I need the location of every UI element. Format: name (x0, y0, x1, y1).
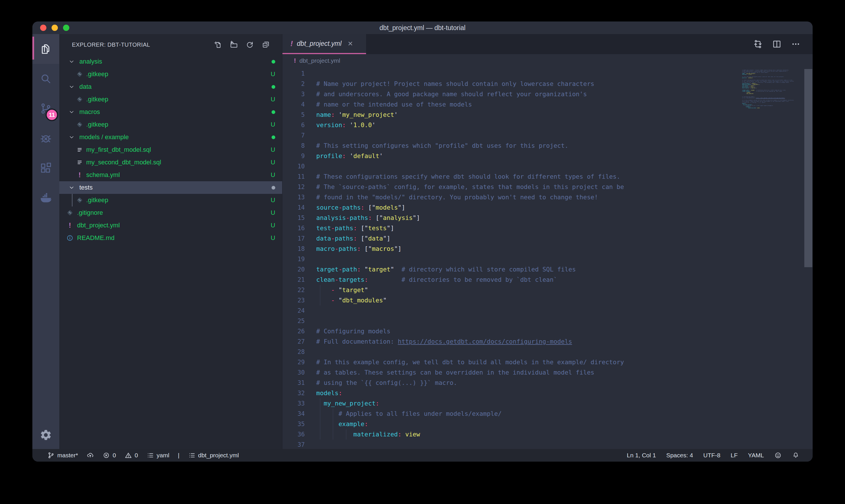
status-notifications[interactable] (792, 452, 799, 459)
bug-icon (39, 132, 52, 145)
titlebar[interactable]: dbt_project.yml — dbt-tutorial (32, 21, 813, 34)
breadcrumb-item-file[interactable]: dbt_project.yml (299, 57, 340, 64)
editor-scrollbar[interactable] (804, 67, 813, 449)
code-line: 33 my_new_project: (283, 398, 813, 409)
tree-item-gitkeep[interactable]: .gitkeepU (59, 194, 282, 206)
tree-item-readme-md[interactable]: README.mdU (59, 232, 282, 244)
activity-item-run-and-debug[interactable] (32, 123, 59, 153)
tab-dbt-project-yml[interactable]: ! dbt_project.yml × (283, 34, 366, 54)
folder-label: analysis (79, 55, 102, 68)
status-sync[interactable] (87, 452, 94, 459)
minimap[interactable]: # Name your project! Project names shoul… (742, 69, 803, 110)
tree-item-tests[interactable]: tests (59, 181, 282, 194)
scrollbar-thumb[interactable] (804, 69, 812, 267)
status-label: UTF-8 (703, 452, 720, 459)
collapse-folders-button[interactable] (262, 40, 270, 49)
tree-item-data[interactable]: data (59, 80, 282, 93)
git-untracked-badge: U (269, 169, 277, 181)
status-bar: master*00yaml|dbt_project.yml Ln 1, Col … (32, 449, 813, 462)
chevron-down-icon (69, 58, 75, 65)
tab-bar: ! dbt_project.yml × (283, 34, 813, 54)
more-actions-button[interactable] (791, 39, 801, 49)
code-text: materialized: view (316, 429, 420, 439)
code-text: # and underscores. A good package name s… (316, 89, 587, 100)
tree-item-models-example[interactable]: models / example (59, 131, 282, 143)
status-encoding[interactable]: UTF-8 (703, 452, 720, 459)
git-untracked-badge: U (269, 93, 277, 106)
status-indentation[interactable]: Spaces: 4 (666, 452, 693, 459)
git-diamond-icon (66, 209, 74, 216)
tree-item-macros[interactable]: macros (59, 106, 282, 118)
code-line: 24 (283, 306, 813, 316)
tree-item-gitkeep[interactable]: .gitkeepU (59, 118, 282, 131)
line-number: 17 (283, 233, 305, 244)
status-eol[interactable]: LF (731, 452, 738, 459)
status-language-mode[interactable]: YAML (748, 452, 764, 459)
line-number: 26 (283, 326, 305, 337)
tab-label: dbt_project.yml (297, 40, 341, 48)
error-circle-icon (103, 452, 110, 459)
code-line: 10 (283, 161, 813, 172)
code-text: test-paths: ["tests"] (316, 223, 394, 233)
tree-item-gitkeep[interactable]: .gitkeepU (59, 93, 282, 106)
code-line: 34 # Applies to all files under models/e… (283, 409, 813, 419)
minimize-window-button[interactable] (52, 25, 58, 31)
code-line: 17data-paths: ["data"] (283, 233, 813, 244)
line-number: 14 (283, 202, 305, 213)
folder-status-dot (272, 136, 275, 139)
code-line: 1 (283, 69, 813, 79)
refresh-explorer-button[interactable] (246, 40, 254, 49)
new-file-button[interactable] (213, 40, 222, 49)
code-line: 7 (283, 130, 813, 141)
close-tab-icon[interactable]: × (348, 39, 353, 48)
status-git-branch[interactable]: master* (47, 452, 78, 459)
activity-item-extensions[interactable] (32, 153, 59, 183)
tree-item-schema-yml[interactable]: !schema.ymlU (59, 169, 282, 181)
code-text: analysis-paths: ["analysis"] (316, 213, 420, 223)
tree-item-my-second-dbt-model-sql[interactable]: my_second_dbt_model.sqlU (59, 156, 282, 169)
split-editor-button[interactable] (772, 39, 782, 49)
code-text: # name or the intended use of these mode… (316, 100, 472, 110)
tree-item-analysis[interactable]: analysis (59, 55, 282, 68)
status-feedback[interactable] (774, 452, 782, 459)
new-folder-button[interactable] (230, 40, 238, 49)
activity-bar: 11 (32, 34, 59, 449)
line-number: 27 (283, 337, 305, 347)
editor-group: ! dbt_project.yml × ! dbt_project.yml 12… (283, 34, 813, 449)
status-outline-yaml[interactable]: yaml (147, 452, 169, 459)
tree-item-gitignore[interactable]: .gitignoreU (59, 206, 282, 219)
status-errors[interactable]: 0 (103, 452, 116, 459)
code-text: profile: 'default' (316, 151, 383, 161)
code-line: 36 materialized: view (283, 429, 813, 439)
code-line: 19 (283, 254, 813, 264)
line-number: 19 (283, 254, 305, 264)
line-number: 23 (283, 295, 305, 306)
open-changes-button[interactable] (753, 39, 763, 49)
code-editor[interactable]: 12# Name your project! Project names sho… (283, 67, 813, 449)
status-warnings[interactable]: 0 (125, 452, 138, 459)
status-outline-file[interactable]: dbt_project.yml (188, 452, 239, 459)
zoom-window-button[interactable] (63, 25, 69, 31)
line-number: 36 (283, 429, 305, 439)
activity-item-explorer[interactable] (32, 34, 59, 64)
code-text: version: '1.0.0' (316, 120, 376, 130)
tree-item-gitkeep[interactable]: .gitkeepU (59, 68, 282, 80)
status-label: dbt_project.yml (198, 452, 239, 459)
git-untracked-badge: U (269, 194, 277, 206)
code-text: macro-paths: ["macros"] (316, 244, 401, 254)
status-cursor-position[interactable]: Ln 1, Col 1 (627, 452, 656, 459)
minimap-line (742, 109, 803, 110)
tree-item-my-first-dbt-model-sql[interactable]: my_first_dbt_model.sqlU (59, 143, 282, 156)
close-window-button[interactable] (40, 25, 47, 31)
activity-item-source-control[interactable]: 11 (32, 94, 59, 123)
code-text: # as tables. These settings can be overr… (316, 367, 594, 378)
activity-item-docker[interactable] (32, 183, 59, 213)
settings-button[interactable] (32, 421, 59, 449)
folder-status-dot (272, 110, 275, 114)
breadcrumb[interactable]: ! dbt_project.yml (283, 54, 813, 67)
line-number: 4 (283, 100, 305, 110)
activity-item-search[interactable] (32, 64, 59, 94)
gear-icon (39, 429, 52, 441)
tree-item-dbt-project-yml[interactable]: !dbt_project.ymlU (59, 219, 282, 232)
line-number: 13 (283, 192, 305, 202)
